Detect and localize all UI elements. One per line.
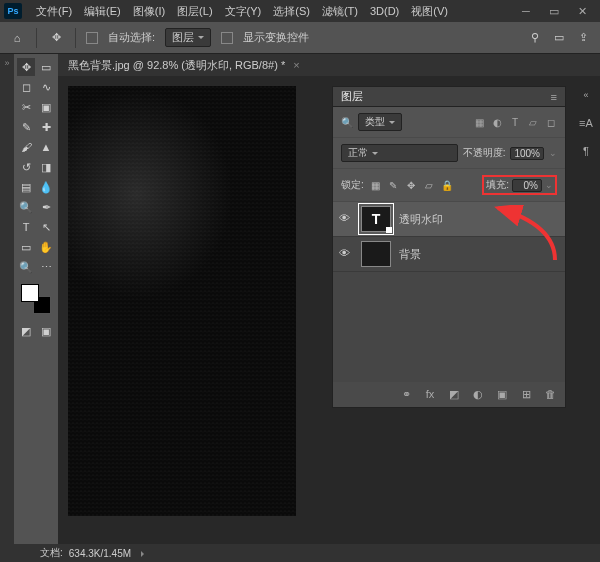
lock-artboard-icon[interactable]: ▱ — [423, 179, 436, 192]
home-icon[interactable]: ⌂ — [8, 29, 26, 47]
menu-type[interactable]: 文字(Y) — [219, 4, 268, 19]
fill-control-highlighted[interactable]: 填充: 0% ⌄ — [482, 175, 557, 195]
menu-file[interactable]: 文件(F) — [30, 4, 78, 19]
doc-size-value: 634.3K/1.45M — [69, 548, 131, 559]
lock-pixels-icon[interactable]: ▦ — [369, 179, 382, 192]
screenmode-tool[interactable]: ▣ — [37, 322, 55, 340]
shape-tool[interactable]: ▭ — [17, 238, 35, 256]
menu-edit[interactable]: 编辑(E) — [78, 4, 127, 19]
layer-thumbnail[interactable] — [361, 241, 391, 267]
adjustment-icon[interactable]: ◐ — [471, 388, 485, 401]
filter-pixel-icon[interactable]: ▦ — [473, 116, 485, 128]
panel-title[interactable]: 图层 — [341, 89, 363, 104]
tools-panel: ✥▭ ◻∿ ✂▣ ✎✚ 🖌▲ ↺◨ ▤💧 🔍✒ T↖ ▭✋ 🔍⋯ ◩▣ — [14, 54, 58, 544]
dodge-tool[interactable]: 🔍 — [17, 198, 35, 216]
auto-select-target-dropdown[interactable]: 图层 — [165, 28, 211, 47]
layer-item[interactable]: 👁 T 透明水印 — [333, 202, 565, 237]
blend-mode-dropdown[interactable]: 正常 — [341, 144, 458, 162]
search-icon[interactable]: ⚲ — [526, 29, 544, 47]
auto-select-label: 自动选择: — [108, 30, 155, 45]
document-tab[interactable]: 黑色背景.jpg @ 92.8% (透明水印, RGB/8#) *× — [58, 54, 600, 76]
title-bar: Ps 文件(F) 编辑(E) 图像(I) 图层(L) 文字(Y) 选择(S) 滤… — [0, 0, 600, 22]
close-button[interactable]: ✕ — [568, 1, 596, 21]
path-tool[interactable]: ↖ — [37, 218, 55, 236]
move-tool[interactable]: ✥ — [17, 58, 35, 76]
filter-smart-icon[interactable]: ◻ — [545, 116, 557, 128]
blur-tool[interactable]: 💧 — [37, 178, 55, 196]
history-brush-tool[interactable]: ↺ — [17, 158, 35, 176]
opacity-label: 不透明度: — [463, 146, 506, 160]
show-transform-label: 显示变换控件 — [243, 30, 309, 45]
mask-icon[interactable]: ◩ — [447, 388, 461, 401]
right-collapsed-panels: « ≡A ¶ — [572, 78, 600, 160]
panel-footer: ⚭ fx ◩ ◐ ▣ ⊞ 🗑 — [333, 382, 565, 407]
layer-name[interactable]: 背景 — [399, 247, 559, 262]
workspace-icon[interactable]: ▭ — [550, 29, 568, 47]
character-panel-icon[interactable]: ≡A — [577, 114, 595, 132]
foreground-color-swatch[interactable] — [21, 284, 39, 302]
filter-type-dropdown[interactable]: 类型 — [358, 113, 402, 131]
layer-thumbnail[interactable]: T — [361, 206, 391, 232]
zoom-tool[interactable]: 🔍 — [17, 258, 35, 276]
maximize-button[interactable]: ▭ — [540, 1, 568, 21]
layer-name[interactable]: 透明水印 — [399, 212, 559, 227]
gradient-tool[interactable]: ▤ — [17, 178, 35, 196]
artboard-tool[interactable]: ▭ — [37, 58, 55, 76]
status-bar: 文档: 634.3K/1.45M — [0, 544, 600, 562]
layer-item[interactable]: 👁 背景 — [333, 237, 565, 272]
color-swatches[interactable] — [21, 284, 51, 314]
edit-toolbar[interactable]: ⋯ — [37, 258, 55, 276]
stamp-tool[interactable]: ▲ — [37, 138, 55, 156]
fx-icon[interactable]: fx — [423, 388, 437, 401]
group-icon[interactable]: ▣ — [495, 388, 509, 401]
marquee-tool[interactable]: ◻ — [17, 78, 35, 96]
menu-view[interactable]: 视图(V) — [405, 4, 454, 19]
menu-select[interactable]: 选择(S) — [267, 4, 316, 19]
chevron-right-icon[interactable] — [137, 548, 151, 559]
healing-tool[interactable]: ✚ — [37, 118, 55, 136]
layers-panel: 图层 ≡ 🔍 类型 ▦ ◐ T ▱ ◻ 正常 不透明度: 100% ⌄ 锁定: … — [332, 86, 566, 408]
crop-tool[interactable]: ✂ — [17, 98, 35, 116]
brush-tool[interactable]: 🖌 — [17, 138, 35, 156]
search-icon[interactable]: 🔍 — [341, 117, 353, 128]
fill-value[interactable]: 0% — [512, 179, 542, 192]
show-transform-checkbox[interactable] — [221, 32, 233, 44]
opacity-value[interactable]: 100% — [510, 147, 544, 160]
filter-type-icon[interactable]: T — [509, 116, 521, 128]
paragraph-panel-icon[interactable]: ¶ — [577, 142, 595, 160]
fill-label: 填充: — [486, 178, 509, 192]
lasso-tool[interactable]: ∿ — [37, 78, 55, 96]
type-tool[interactable]: T — [17, 218, 35, 236]
frame-tool[interactable]: ▣ — [37, 98, 55, 116]
expand-icon[interactable]: « — [577, 86, 595, 104]
hand-tool[interactable]: ✋ — [37, 238, 55, 256]
menu-filter[interactable]: 滤镜(T) — [316, 4, 364, 19]
eyedropper-tool[interactable]: ✎ — [17, 118, 35, 136]
eraser-tool[interactable]: ◨ — [37, 158, 55, 176]
menu-image[interactable]: 图像(I) — [127, 4, 171, 19]
filter-adjust-icon[interactable]: ◐ — [491, 116, 503, 128]
new-layer-icon[interactable]: ⊞ — [519, 388, 533, 401]
canvas[interactable] — [68, 86, 296, 516]
menu-3d[interactable]: 3D(D) — [364, 5, 405, 17]
link-layers-icon[interactable]: ⚭ — [399, 388, 413, 401]
filter-shape-icon[interactable]: ▱ — [527, 116, 539, 128]
visibility-toggle[interactable]: 👁 — [339, 212, 353, 226]
minimize-button[interactable]: ─ — [512, 1, 540, 21]
quickmask-tool[interactable]: ◩ — [17, 322, 35, 340]
app-logo: Ps — [4, 3, 22, 19]
delete-icon[interactable]: 🗑 — [543, 388, 557, 401]
layers-list: 👁 T 透明水印 👁 背景 — [333, 202, 565, 382]
auto-select-checkbox[interactable] — [86, 32, 98, 44]
lock-move-icon[interactable]: ✥ — [405, 179, 418, 192]
panel-collapse-strip[interactable]: » — [0, 54, 14, 544]
panel-menu-icon[interactable]: ≡ — [551, 91, 557, 103]
lock-all-icon[interactable]: 🔒 — [441, 179, 454, 192]
pen-tool[interactable]: ✒ — [37, 198, 55, 216]
lock-position-icon[interactable]: ✎ — [387, 179, 400, 192]
menu-layer[interactable]: 图层(L) — [171, 4, 218, 19]
move-tool-icon[interactable]: ✥ — [47, 29, 65, 47]
doc-size-label: 文档: — [40, 546, 63, 560]
visibility-toggle[interactable]: 👁 — [339, 247, 353, 261]
share-icon[interactable]: ⇪ — [574, 29, 592, 47]
